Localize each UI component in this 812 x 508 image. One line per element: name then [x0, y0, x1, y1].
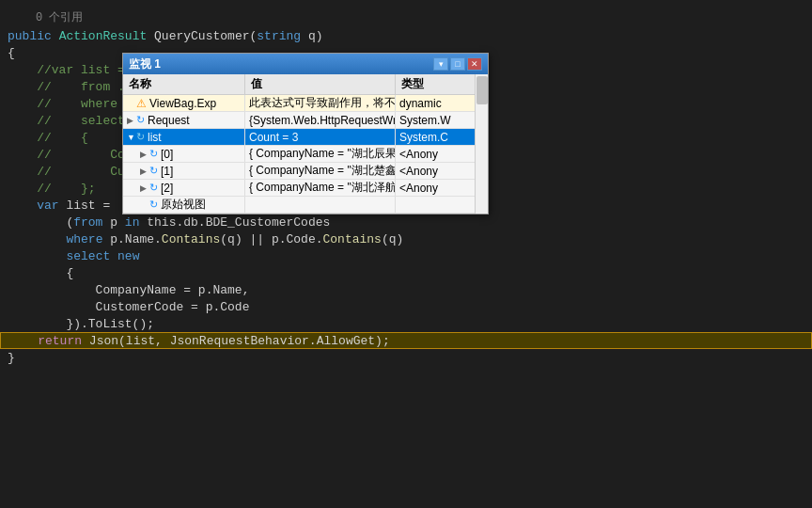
refresh-icon: ↻ — [149, 182, 158, 194]
watch-restore-btn[interactable]: □ — [450, 57, 465, 71]
watch-column-headers: 名称 值 类型 — [123, 74, 488, 95]
watch-row-list[interactable]: ↻ list Count = 3 System.C — [123, 129, 488, 146]
watch-close-btn[interactable]: ✕ — [467, 57, 482, 71]
watch-row[interactable]: ⚠ ViewBag.Exp 此表达式可导致副作用，将不会⊘ dynamic — [123, 95, 488, 112]
watch-controls: ▾ □ ✕ — [433, 57, 482, 71]
expand-icon[interactable] — [140, 183, 149, 193]
watch-row[interactable]: ↻ [0] { CompanyName = "湖北辰果机电设 <Anony — [123, 146, 488, 163]
warning-icon: ⚠ — [136, 97, 147, 110]
watch-title: 监视 1 — [129, 56, 161, 72]
code-line: (from p in this.db.BDE_CustomerCodes — [0, 214, 812, 230]
code-line: CustomerCode = p.Code — [0, 298, 812, 315]
row-name: [2] — [161, 182, 173, 195]
watch-cell-name: ↻ list — [123, 129, 245, 145]
watch-window: 监视 1 ▾ □ ✕ 名称 值 类型 ⚠ ViewBag.Exp 此表达式可导致… — [122, 53, 489, 214]
expand-icon[interactable] — [140, 150, 149, 159]
watch-cell-type: <Anony — [396, 146, 485, 162]
watch-pin-btn[interactable]: ▾ — [433, 57, 448, 71]
code-line: }).ToList(); — [0, 315, 812, 332]
watch-cell-value: {System.Web.HttpRequestWrapper} — [245, 112, 396, 128]
code-line: where p.Name.Contains(q) || p.Code.Conta… — [0, 230, 812, 247]
watch-scrollbar[interactable] — [475, 74, 488, 214]
highlighted-code-line: return Json(list, JsonRequestBehavior.Al… — [0, 332, 812, 349]
expand-icon[interactable] — [127, 116, 136, 125]
row-name: Request — [148, 114, 190, 127]
code-line: CompanyName = p.Name, — [0, 281, 812, 298]
watch-cell-value: { CompanyName = "湖北辰果机电设 — [245, 146, 396, 162]
refresh-icon: ↻ — [136, 114, 145, 126]
watch-row[interactable]: ↻ [2] { CompanyName = "湖北泽航工贸有 <Anony — [123, 180, 488, 197]
row-name: ViewBag.Exp — [149, 97, 216, 110]
watch-cell-name: ↻ 原始视图 — [123, 197, 245, 213]
watch-cell-value: { CompanyName = "湖北泽航工贸有 — [245, 180, 396, 196]
refresh-icon: ↻ — [149, 148, 158, 160]
row-name: [0] — [161, 148, 173, 161]
code-line: public ActionResult QueryCustomer(string… — [0, 27, 812, 44]
watch-cell-type: System.C — [396, 129, 485, 145]
refresh-icon: ↻ — [149, 165, 158, 177]
watch-cell-name: ↻ Request — [123, 112, 245, 128]
watch-cell-name: ↻ [1] — [123, 163, 245, 179]
watch-cell-type: <Anony — [396, 180, 485, 196]
col-header-type: 类型 — [396, 74, 485, 94]
col-header-value: 值 — [245, 74, 396, 94]
watch-cell-name: ↻ [2] — [123, 180, 245, 196]
expand-icon[interactable] — [140, 167, 149, 176]
expand-icon[interactable] — [127, 133, 136, 142]
watch-title-bar[interactable]: 监视 1 ▾ □ ✕ — [123, 54, 488, 74]
watch-row[interactable]: ↻ 原始视图 — [123, 197, 488, 214]
watch-cell-type — [396, 197, 485, 213]
row-name: [1] — [161, 165, 173, 178]
watch-cell-name: ↻ [0] — [123, 146, 245, 162]
watch-cell-value: Count = 3 — [245, 129, 396, 145]
watch-cell-value: 此表达式可导致副作用，将不会⊘ — [245, 95, 396, 111]
watch-row[interactable]: ↻ [1] { CompanyName = "湖北楚鑫环保科 <Anony — [123, 163, 488, 180]
row-name: list — [148, 131, 162, 144]
watch-row[interactable]: ↻ Request {System.Web.HttpRequestWrapper… — [123, 112, 488, 129]
refresh-icon: ↻ — [149, 198, 158, 211]
code-line: { — [0, 264, 812, 281]
col-header-name: 名称 — [123, 74, 245, 94]
watch-rows: ⚠ ViewBag.Exp 此表达式可导致副作用，将不会⊘ dynamic ↻ … — [123, 95, 488, 214]
code-line: } — [0, 349, 812, 366]
row-name: 原始视图 — [161, 197, 206, 213]
watch-cell-type: System.W — [396, 112, 485, 128]
refresh-icon: ↻ — [136, 131, 145, 143]
code-line: select new — [0, 247, 812, 264]
watch-cell-value — [245, 197, 396, 213]
watch-cell-name: ⚠ ViewBag.Exp — [123, 95, 245, 111]
scrollbar-thumb[interactable] — [476, 76, 488, 104]
ref-count: 0 个引用 — [0, 8, 812, 27]
watch-cell-value: { CompanyName = "湖北楚鑫环保科 — [245, 163, 396, 179]
watch-cell-type: <Anony — [396, 163, 485, 179]
watch-cell-type: dynamic — [396, 95, 485, 111]
